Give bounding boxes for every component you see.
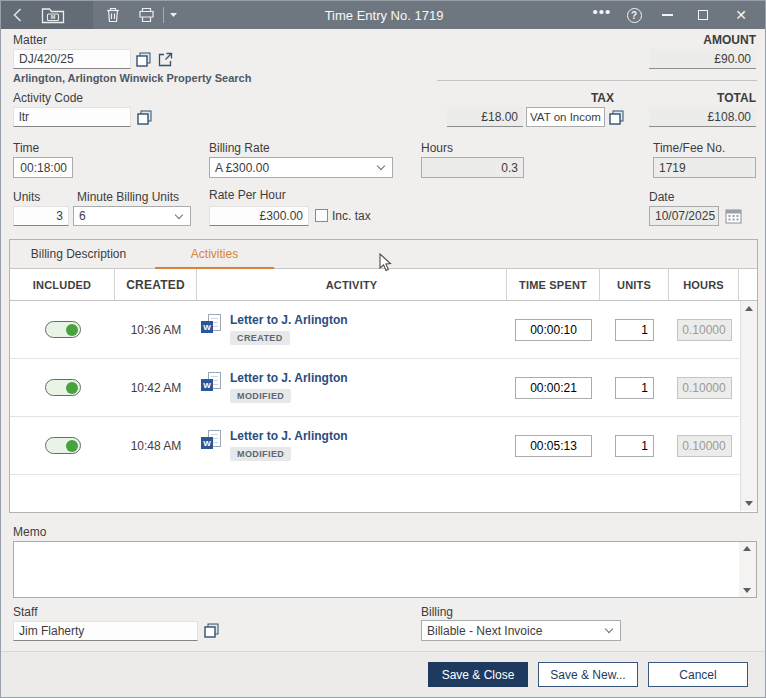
- amount-label: AMOUNT: [656, 33, 756, 47]
- time-label: Time: [13, 141, 39, 155]
- time-entry-window: M Time Entry No. 171: [0, 0, 766, 698]
- status-badge: MODIFIED: [230, 447, 291, 461]
- matter-label: Matter: [13, 33, 47, 47]
- help-button[interactable]: ?: [621, 1, 647, 29]
- close-icon: ✕: [735, 8, 747, 22]
- help-icon: ?: [627, 8, 642, 23]
- included-toggle[interactable]: [45, 321, 81, 338]
- maximize-button[interactable]: [687, 1, 719, 29]
- save-close-button[interactable]: Save & Close: [428, 662, 528, 687]
- billing-rate-value: A £300.00: [215, 161, 269, 175]
- billing-rate-select[interactable]: A £300.00: [209, 157, 393, 178]
- billing-value: Billable - Next Invoice: [427, 624, 542, 638]
- print-button[interactable]: [133, 1, 159, 29]
- row-hours-value: 0.10000: [677, 435, 732, 457]
- tax-amount-value: £18.00: [447, 107, 523, 127]
- inc-tax-label: Inc. tax: [332, 209, 371, 223]
- amount-value: £90.00: [649, 49, 756, 69]
- word-doc-icon: [201, 430, 223, 452]
- staff-label: Staff: [13, 605, 37, 619]
- header-hours: HOURS: [669, 269, 739, 300]
- header-units: UNITS: [600, 269, 669, 300]
- scroll-down-icon[interactable]: [745, 501, 753, 506]
- titlebar-divider: [163, 7, 164, 23]
- rate-per-hour-input[interactable]: [209, 206, 309, 226]
- units-input[interactable]: [13, 206, 69, 226]
- row-hours-value: 0.10000: [677, 377, 732, 399]
- staff-input[interactable]: [13, 621, 198, 641]
- inc-tax-checkbox[interactable]: [315, 209, 328, 222]
- row-units-input[interactable]: [615, 319, 654, 341]
- minute-billing-units-label: Minute Billing Units: [77, 190, 179, 204]
- time-spent-input[interactable]: [515, 377, 592, 399]
- memo-scrollbar[interactable]: [739, 542, 756, 597]
- matter-description: Arlington, Arlington Winwick Property Se…: [13, 72, 251, 84]
- matter-folder-button[interactable]: M: [33, 1, 73, 29]
- open-matter-icon[interactable]: [158, 52, 173, 67]
- total-label: TOTAL: [656, 91, 756, 105]
- tab-billing-description[interactable]: Billing Description: [10, 240, 147, 268]
- more-options-button[interactable]: •••: [589, 1, 615, 29]
- activity-title[interactable]: Letter to J. Arlington: [230, 429, 348, 443]
- minute-billing-units-select[interactable]: 6: [73, 206, 191, 226]
- date-label: Date: [649, 190, 674, 204]
- tab-activities[interactable]: Activities: [147, 240, 282, 268]
- tax-code-input[interactable]: [526, 107, 605, 127]
- footer-bar: Save & Close Save & New... Cancel: [1, 651, 766, 698]
- total-value: £108.00: [649, 107, 756, 127]
- time-fee-no-value: 1719: [653, 157, 756, 178]
- activity-code-input[interactable]: [13, 107, 131, 127]
- included-toggle[interactable]: [45, 437, 81, 454]
- billing-select[interactable]: Billable - Next Invoice: [421, 620, 621, 641]
- activity-code-copy-icon[interactable]: [137, 110, 152, 125]
- word-doc-icon: [201, 314, 223, 336]
- table-scrollbar[interactable]: [740, 301, 757, 511]
- memo-label: Memo: [13, 525, 46, 539]
- section-divider: [437, 80, 757, 81]
- header-included: INCLUDED: [10, 269, 115, 300]
- row-units-input[interactable]: [615, 377, 654, 399]
- time-spent-input[interactable]: [515, 435, 592, 457]
- scroll-up-icon[interactable]: [743, 546, 751, 551]
- chevron-down-icon: [377, 162, 385, 170]
- trash-icon: [106, 7, 120, 23]
- activity-title[interactable]: Letter to J. Arlington: [230, 313, 348, 327]
- save-new-button[interactable]: Save & New...: [538, 662, 638, 687]
- time-fee-no-label: Time/Fee No.: [653, 141, 725, 155]
- staff-copy-icon[interactable]: [204, 623, 219, 638]
- back-button[interactable]: [7, 1, 27, 29]
- matter-folder-icon: M: [41, 6, 65, 24]
- maximize-icon: [698, 10, 708, 20]
- table-row: 10:36 AM Letter to J. Arlington CREATED …: [10, 301, 739, 359]
- matter-input[interactable]: [13, 49, 131, 69]
- print-dropdown-button[interactable]: [165, 1, 181, 29]
- activity-title[interactable]: Letter to J. Arlington: [230, 371, 348, 385]
- memo-input[interactable]: [13, 541, 757, 598]
- units-label: Units: [13, 190, 40, 204]
- cancel-button[interactable]: Cancel: [648, 662, 748, 687]
- billing-label: Billing: [421, 605, 453, 619]
- table-row: 10:48 AM Letter to J. Arlington MODIFIED…: [10, 417, 739, 475]
- minimize-button[interactable]: [651, 1, 683, 29]
- row-units-input[interactable]: [615, 435, 654, 457]
- table-header: INCLUDED CREATED ACTIVITY TIME SPENT UNI…: [10, 269, 757, 301]
- scroll-down-icon[interactable]: [743, 588, 751, 593]
- close-button[interactable]: ✕: [723, 1, 759, 29]
- calendar-icon[interactable]: [725, 208, 742, 224]
- minute-billing-units-value: 6: [79, 209, 86, 223]
- titlebar: M Time Entry No. 171: [1, 1, 766, 29]
- caret-down-icon: [170, 13, 177, 17]
- minimize-icon: [662, 14, 673, 16]
- created-time: 10:48 AM: [115, 417, 197, 474]
- included-toggle[interactable]: [45, 379, 81, 396]
- scroll-up-icon[interactable]: [745, 306, 753, 311]
- matter-copy-icon[interactable]: [136, 52, 151, 67]
- time-spent-input[interactable]: [515, 319, 592, 341]
- delete-button[interactable]: [101, 1, 125, 29]
- billing-rate-label: Billing Rate: [209, 141, 270, 155]
- ellipsis-icon: •••: [593, 12, 612, 19]
- time-input[interactable]: [13, 157, 73, 178]
- tax-code-copy-icon[interactable]: [609, 110, 624, 125]
- activity-code-label: Activity Code: [13, 91, 83, 105]
- chevron-left-icon: [13, 8, 22, 22]
